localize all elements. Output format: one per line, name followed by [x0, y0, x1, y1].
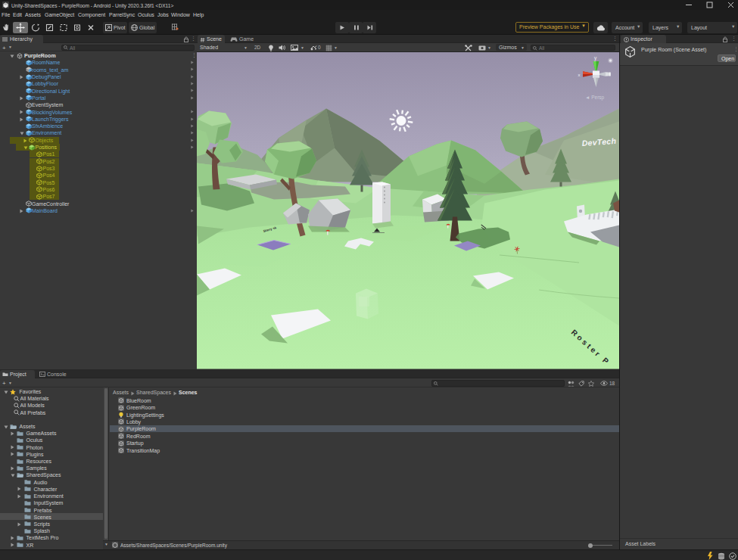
- svg-text:x: x: [578, 72, 581, 76]
- svg-text:◄ Persp: ◄ Persp: [585, 94, 605, 100]
